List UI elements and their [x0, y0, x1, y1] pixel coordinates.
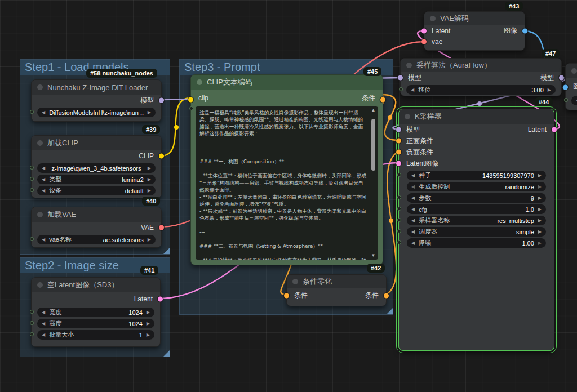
image-input-port[interactable] [563, 85, 568, 90]
decrement-arrow[interactable]: ◀ [42, 186, 45, 195]
increment-arrow[interactable]: ▶ [148, 175, 151, 184]
decrement-arrow[interactable]: ◀ [411, 171, 415, 180]
node-header[interactable]: K采样器 [399, 109, 554, 124]
decrement-arrow[interactable]: ◀ [411, 193, 415, 203]
positive-conditioning-input-port[interactable] [396, 139, 401, 144]
increment-arrow[interactable]: ▶ [148, 186, 151, 195]
prompt-textarea[interactable]: 这是一幅极具“纯欲”美学风格的女性肖像摄影作品，整体呈现出一种**温柔、朦胧、略… [196, 106, 378, 260]
decrement-arrow[interactable]: ◀ [42, 235, 45, 244]
collapse-dot-icon[interactable] [292, 279, 298, 284]
widget-clip-name[interactable]: ◀ z-image\qwen_3_4b.safetensors ▶ [37, 163, 156, 173]
decrement-arrow[interactable]: ◀ [411, 216, 415, 225]
decrement-arrow[interactable]: ◀ [411, 182, 415, 191]
widget-shift[interactable]: ◀ 移位 3.00 ▶ [406, 85, 556, 95]
image-output-port[interactable] [522, 28, 527, 33]
widget-denoise[interactable]: ◀ 降噪 1.00 ▶ [407, 238, 546, 248]
node-header[interactable]: 空Latent图像（SD3） [32, 278, 160, 292]
widget-socket[interactable] [30, 188, 34, 192]
node-header[interactable] [566, 64, 577, 78]
increment-arrow[interactable]: ▶ [148, 163, 151, 173]
increment-arrow[interactable]: ▶ [147, 308, 150, 317]
node-conditioning-zero-out[interactable]: 条件零化 条件 条件 [286, 274, 387, 306]
node-header[interactable]: CLIP文本编码 [191, 75, 383, 90]
widget-height[interactable]: ◀ 高度 1024 ▶ [37, 319, 154, 328]
node-nunchaku-loader[interactable]: Nunchaku Z-Image DiT Loader 模型 ◀ Diffusi… [31, 79, 162, 122]
node-load-vae[interactable]: 加载VAE VAE ◀ vae名称 ae.safetensors ▶ [31, 207, 162, 248]
conditioning-output-port[interactable] [384, 293, 389, 298]
widget-width[interactable]: ◀ 宽度 1024 ▶ [37, 308, 154, 317]
scroll-down-icon[interactable]: ▼ [371, 253, 376, 259]
node-header[interactable]: 加载CLIP [32, 136, 161, 150]
decrement-arrow[interactable]: ◀ [42, 108, 45, 117]
increment-arrow[interactable]: ▶ [147, 330, 150, 340]
negative-conditioning-input-port[interactable] [396, 150, 401, 155]
node-save-image-partial[interactable]: 图像 ◀ [565, 63, 577, 110]
node-header[interactable]: VAE解码 [424, 12, 525, 25]
collapse-dot-icon[interactable] [197, 79, 202, 85]
model-input-port[interactable] [398, 75, 403, 81]
increment-arrow[interactable]: ▶ [148, 108, 151, 117]
clip-output-port[interactable] [159, 154, 164, 159]
increment-arrow[interactable]: ▶ [538, 227, 542, 237]
collapse-dot-icon[interactable] [37, 282, 43, 288]
latent-output-port[interactable] [158, 297, 163, 302]
node-vae-decode[interactable]: VAE解码 Latent 图像 vae [424, 11, 525, 51]
widget-socket[interactable] [30, 110, 34, 114]
widget-socket[interactable] [30, 237, 34, 241]
node-load-clip[interactable]: 加载CLIP CLIP ◀ z-image\qwen_3_4b.safetens… [31, 135, 162, 198]
widget-socket[interactable] [30, 310, 34, 314]
widget-socket[interactable] [399, 87, 403, 91]
scrollbar-thumb[interactable] [371, 119, 375, 171]
widget-socket[interactable] [564, 98, 568, 102]
increment-arrow[interactable]: ▶ [538, 193, 542, 203]
collapse-dot-icon[interactable] [37, 212, 43, 217]
widget-seed[interactable]: ◀ 种子 143595199307970 ▶ [407, 171, 546, 180]
collapse-dot-icon[interactable] [571, 68, 577, 74]
latent-input-port[interactable] [421, 28, 427, 33]
node-header[interactable]: Nunchaku Z-Image DiT Loader [32, 80, 161, 95]
decrement-arrow[interactable]: ◀ [42, 319, 45, 328]
widget-cfg[interactable]: ◀ cfg 1.0 ▶ [407, 204, 546, 214]
widget-socket[interactable] [397, 229, 401, 233]
widget-sampler-name[interactable]: ◀ 采样器名称 res_multistep ▶ [407, 216, 546, 225]
collapse-dot-icon[interactable] [37, 140, 43, 146]
widget-batch-size[interactable]: ◀ 批量大小 1 ▶ [37, 330, 154, 340]
scroll-up-icon[interactable]: ▲ [371, 108, 376, 113]
collapse-dot-icon[interactable] [405, 114, 410, 119]
increment-arrow[interactable]: ▶ [147, 319, 150, 328]
increment-arrow[interactable]: ▶ [538, 182, 542, 191]
model-output-port[interactable] [559, 75, 564, 81]
decrement-arrow[interactable]: ◀ [42, 308, 45, 317]
node-model-sampling-auraflow[interactable]: 采样算法（AuraFlow） 模型 模型 ◀ 移位 3.00 ▶ [400, 58, 562, 96]
widget-type[interactable]: ◀ 类型 lumina2 ▶ [37, 175, 156, 184]
widget-socket[interactable] [397, 173, 401, 177]
textarea-scrollbar[interactable]: ▲ ▼ [370, 108, 376, 259]
widget-socket[interactable] [397, 207, 401, 211]
increment-arrow[interactable]: ▶ [538, 216, 542, 225]
widget-vae-name[interactable]: ◀ vae名称 ae.safetensors ▶ [37, 235, 156, 244]
decrement-arrow[interactable]: ◀ [42, 330, 45, 340]
model-input-port[interactable] [396, 127, 401, 132]
widget-socket[interactable] [30, 321, 34, 325]
widget-socket[interactable] [397, 218, 401, 222]
decrement-arrow[interactable]: ◀ [42, 163, 45, 173]
decrement-arrow[interactable]: ◀ [411, 85, 414, 95]
conditioning-output-port[interactable] [380, 97, 385, 103]
widget-control-after-generate[interactable]: ◀ 生成后控制 randomize ▶ [407, 182, 546, 191]
decrement-arrow[interactable]: ◀ [411, 204, 415, 214]
increment-arrow[interactable]: ▶ [538, 171, 542, 180]
widget-partial[interactable]: ◀ [571, 96, 577, 105]
collapse-dot-icon[interactable] [430, 16, 436, 21]
node-ksampler[interactable]: K采样器 模型 Latent 正面条件 负面条件 Latent图像 ◀ 种子 [398, 109, 554, 351]
conditioning-input-port[interactable] [284, 293, 289, 298]
node-header[interactable]: 加载VAE [32, 207, 161, 222]
node-clip-text-encode[interactable]: CLIP文本编码 clip 条件 这是一幅极具“纯欲”美学风格的女性肖像摄影作品… [190, 74, 383, 265]
widget-socket[interactable] [30, 166, 34, 170]
decrement-arrow[interactable]: ◀ [411, 238, 415, 248]
latent-output-port[interactable] [552, 127, 557, 132]
increment-arrow[interactable]: ▶ [538, 238, 542, 248]
node-header[interactable]: 采样算法（AuraFlow） [401, 59, 561, 72]
widget-socket[interactable] [397, 240, 401, 244]
collapse-dot-icon[interactable] [37, 84, 43, 90]
model-output-port[interactable] [159, 98, 164, 103]
